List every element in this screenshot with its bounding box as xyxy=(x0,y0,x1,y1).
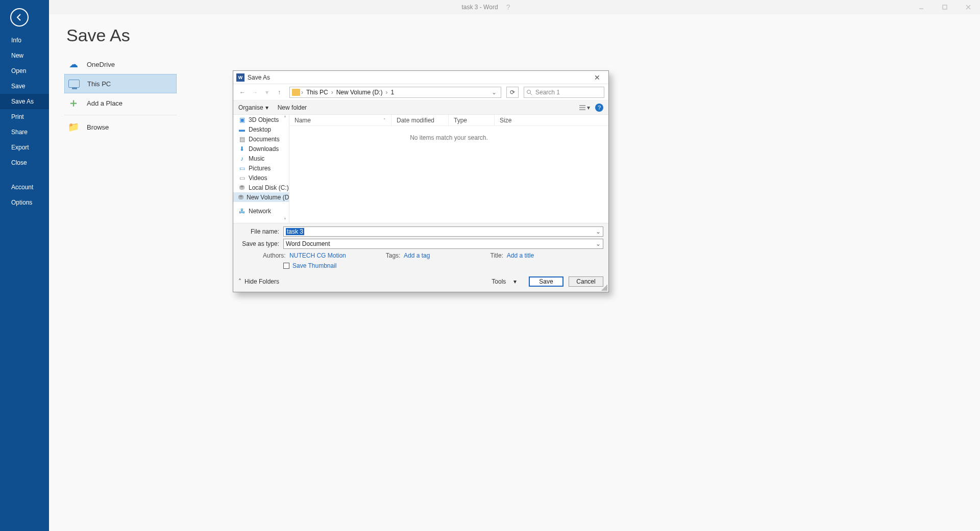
hide-folders-button[interactable]: ˄ Hide Folders xyxy=(238,278,279,285)
chevron-down-icon[interactable]: ⌄ xyxy=(596,240,601,247)
scroll-up-icon[interactable]: ˄ xyxy=(282,115,288,121)
maximize-button[interactable] xyxy=(933,0,957,14)
tree-node[interactable]: 🖧Network xyxy=(233,206,289,216)
sidebar-item-saveas[interactable]: Save As xyxy=(0,94,49,109)
sidebar-item-print[interactable]: Print xyxy=(0,109,49,124)
empty-message: No items match your search. xyxy=(289,126,608,223)
view-button[interactable]: ▾ xyxy=(579,104,590,111)
cloud-icon: ☁ xyxy=(67,58,80,70)
chevron-up-icon: ˄ xyxy=(238,278,241,285)
tree-node[interactable]: ▭Pictures xyxy=(233,163,289,173)
desktop-icon: ▬ xyxy=(238,126,246,133)
nav-back-button[interactable]: ← xyxy=(237,87,248,97)
thumbnail-checkbox[interactable] xyxy=(283,263,289,269)
sidebar-item-share[interactable]: Share xyxy=(0,124,49,140)
saveastype-select[interactable]: Word Document ⌄ xyxy=(283,239,603,249)
newfolder-button[interactable]: New folder xyxy=(278,104,307,111)
save-locations: ☁ OneDrive This PC ＋ Add a Place 📁 Brows… xyxy=(64,55,177,137)
backstage-main: Save As ☁ OneDrive This PC ＋ Add a Place… xyxy=(49,14,980,531)
tools-dropdown[interactable]: Tools ▾ xyxy=(492,278,517,285)
address-dropdown[interactable]: ⌄ xyxy=(489,89,499,96)
thumbnail-label: Save Thumbnail xyxy=(292,262,337,269)
authors-label: Authors: xyxy=(263,252,286,259)
sidebar-item-close[interactable]: Close xyxy=(0,155,49,170)
crumb-folder[interactable]: 1 xyxy=(388,89,396,96)
column-headers[interactable]: Name˄ Date modified Type Size xyxy=(289,115,608,126)
cancel-button[interactable]: Cancel xyxy=(569,276,603,287)
save-button[interactable]: Save xyxy=(529,276,564,287)
tree-node[interactable]: ▣3D Objects xyxy=(233,115,289,124)
thumbnail-row[interactable]: Save Thumbnail xyxy=(283,262,603,269)
file-pane: Name˄ Date modified Type Size No items m… xyxy=(289,115,608,223)
location-addplace[interactable]: ＋ Add a Place xyxy=(64,93,177,113)
sidebar-item-options[interactable]: Options xyxy=(0,195,49,210)
refresh-button[interactable]: ⟳ xyxy=(506,87,519,98)
folder-tree[interactable]: ˄ ▣3D Objects▬Desktop▤Documents⬇Download… xyxy=(233,115,289,223)
resize-grip[interactable] xyxy=(601,285,607,291)
address-bar[interactable]: › This PC › New Volume (D:) › 1 ⌄ xyxy=(289,87,501,98)
close-button[interactable] xyxy=(957,0,980,14)
title-value[interactable]: Add a title xyxy=(507,252,534,259)
location-browse[interactable]: 📁 Browse xyxy=(64,117,177,137)
chevron-down-icon[interactable]: ⌄ xyxy=(596,228,601,235)
tree-node-label: Desktop xyxy=(249,126,271,133)
music-icon: ♪ xyxy=(238,155,246,162)
col-name[interactable]: Name˄ xyxy=(289,115,391,125)
tree-node[interactable]: ▭Videos xyxy=(233,173,289,183)
folder-icon xyxy=(292,89,300,96)
sidebar-item-export[interactable]: Export xyxy=(0,140,49,155)
back-button[interactable] xyxy=(10,8,29,27)
filename-label: File name: xyxy=(238,228,283,235)
chevron-down-icon: ▾ xyxy=(265,104,268,111)
crumb-thispc[interactable]: This PC xyxy=(304,89,330,96)
minimize-button[interactable] xyxy=(910,0,933,14)
location-label: OneDrive xyxy=(87,61,115,68)
crumb-sep: › xyxy=(301,89,303,96)
cube-icon: ▣ xyxy=(238,116,246,123)
saveas-dialog: W Save As ✕ ← → ▾ ↑ › This PC › New Volu… xyxy=(233,70,609,292)
nav-forward-button[interactable]: → xyxy=(250,87,260,97)
filename-value: task 3 xyxy=(286,228,304,235)
nav-up-button[interactable]: ↑ xyxy=(274,87,284,97)
sidebar-item-info[interactable]: Info xyxy=(0,33,49,48)
dialog-close-button[interactable]: ✕ xyxy=(589,73,605,82)
app-title: task 3 - Word xyxy=(461,4,498,11)
col-type[interactable]: Type xyxy=(449,115,495,125)
sidebar-item-new[interactable]: New xyxy=(0,48,49,63)
help-icon[interactable]: ? xyxy=(595,104,603,112)
crumb-volume[interactable]: New Volume (D:) xyxy=(334,89,385,96)
search-input[interactable]: Search 1 xyxy=(524,87,604,98)
filename-input[interactable]: task 3 ⌄ xyxy=(283,226,603,237)
doc-icon: ▤ xyxy=(238,136,246,143)
chevron-down-icon: ▾ xyxy=(587,104,590,111)
authors-value[interactable]: NUTECH CG Motion xyxy=(289,252,346,259)
dialog-footer: ˄ Hide Folders Tools ▾ Save Cancel xyxy=(233,273,608,292)
tree-node-label: New Volume (D:) xyxy=(247,194,289,201)
tree-node[interactable]: ♪Music xyxy=(233,154,289,163)
help-button[interactable]: ? xyxy=(498,0,519,14)
tree-node[interactable]: ▤Documents xyxy=(233,134,289,144)
tree-node[interactable]: ⛃New Volume (D:) xyxy=(233,192,289,202)
location-thispc[interactable]: This PC xyxy=(64,74,177,93)
sidebar-item-account[interactable]: Account xyxy=(0,180,49,195)
tree-node[interactable]: ⬇Downloads xyxy=(233,144,289,154)
filename-field: File name: task 3 ⌄ xyxy=(238,226,603,237)
dialog-body: ˄ ▣3D Objects▬Desktop▤Documents⬇Download… xyxy=(233,115,608,223)
sidebar-item-save[interactable]: Save xyxy=(0,79,49,94)
location-label: Add a Place xyxy=(87,99,122,107)
dialog-titlebar[interactable]: W Save As ✕ xyxy=(233,71,608,84)
tags-value[interactable]: Add a tag xyxy=(404,252,430,259)
col-date[interactable]: Date modified xyxy=(391,115,449,125)
svg-line-5 xyxy=(530,93,532,95)
location-label: This PC xyxy=(87,80,111,88)
dialog-nav: ← → ▾ ↑ › This PC › New Volume (D:) › 1 … xyxy=(233,84,608,100)
location-onedrive[interactable]: ☁ OneDrive xyxy=(64,55,177,74)
sidebar-item-open[interactable]: Open xyxy=(0,63,49,79)
tree-node[interactable]: ⛃Local Disk (C:) xyxy=(233,183,289,192)
page-title: Save As xyxy=(66,26,980,45)
nav-recent-dropdown[interactable]: ▾ xyxy=(262,87,272,97)
tree-node[interactable]: ▬Desktop xyxy=(233,124,289,134)
scroll-down-icon[interactable]: ˅ xyxy=(282,217,288,223)
col-size[interactable]: Size xyxy=(495,115,525,125)
organise-button[interactable]: Organise ▾ xyxy=(238,104,268,111)
